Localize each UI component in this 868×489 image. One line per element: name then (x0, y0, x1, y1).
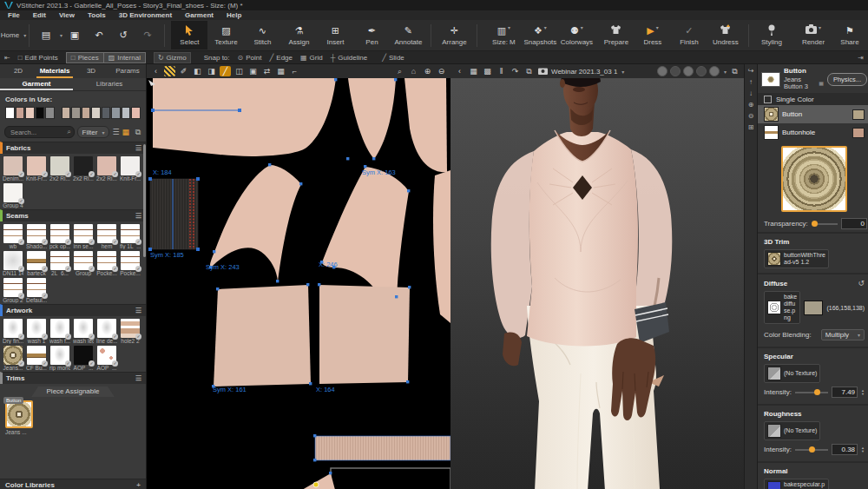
artwork-item[interactable]: rip mono (49, 346, 70, 371)
stitch-display-icon[interactable]: ✐ (178, 66, 189, 76)
diffuse-color-swatch[interactable] (804, 301, 823, 315)
fabric-display-icon[interactable]: ▨ (164, 66, 175, 76)
menu-help[interactable]: Help (227, 11, 241, 19)
trim-item-selected[interactable]: Button Jeans ... (5, 400, 35, 435)
snap-guideline-toggle[interactable]: ┼Guideline (331, 54, 367, 62)
seams-section-header[interactable]: Seams☰ (0, 209, 146, 221)
assign-tool-button[interactable]: ⚗Assign (280, 21, 317, 50)
render-button[interactable]: ▾ Render (795, 21, 832, 50)
tab-2d[interactable]: 2D (0, 64, 36, 78)
color-swatch[interactable] (131, 107, 141, 119)
seam-item[interactable]: inn se... (73, 224, 94, 249)
pattern-piece-sleeve-left[interactable] (214, 285, 311, 387)
seam-item[interactable]: Group 2 (3, 278, 23, 303)
zoom-in-icon[interactable]: ⊕ (422, 66, 433, 76)
symmetry-icon[interactable]: ▣ (247, 66, 259, 76)
single-color-checkbox[interactable] (764, 96, 772, 103)
rotate-view-icon[interactable]: ↷ (510, 66, 521, 76)
snapshots-button[interactable]: ❖▾ Snapshots (522, 21, 558, 50)
specular-intensity-value[interactable]: 7.49 (832, 387, 858, 398)
select-tool-button[interactable]: Select (171, 21, 207, 50)
internal-lines-icon[interactable]: ╱ (220, 66, 231, 76)
snap-edge-toggle[interactable]: ╱Edge (269, 54, 293, 62)
move-down-icon[interactable]: ↓ (749, 89, 753, 97)
piece-copy-icon[interactable]: ◧ (192, 66, 203, 76)
home-button[interactable]: Home ▾ (0, 21, 24, 50)
roughness-texture-chip[interactable]: (No Texture) (764, 421, 820, 440)
panel-view-icon[interactable]: ⧉ (135, 127, 141, 137)
color-swatch[interactable] (45, 107, 55, 119)
pattern-piece-waistband[interactable] (315, 436, 450, 460)
slide-toggle[interactable]: ╱Slide (382, 54, 404, 62)
trim3d-file-chip[interactable]: buttonWithThread-v5 1.2 (764, 249, 829, 268)
seam-item[interactable]: Group (73, 251, 94, 276)
color-swatch[interactable] (25, 107, 35, 119)
pattern-canvas[interactable]: X: 184 Sym X: 185 Sym X: 243 X: 246 Sym … (147, 78, 450, 489)
fabric-item[interactable]: 2x2 Ri... (49, 156, 70, 182)
garment-mode-icon[interactable] (670, 66, 681, 76)
artwork-item[interactable]: hole2 2 (120, 319, 141, 344)
pen-tool-button[interactable]: ✒Pen (353, 21, 390, 50)
color-swatch[interactable] (62, 107, 71, 119)
normal-texture-chip[interactable]: bakespecular.png (764, 479, 829, 489)
artwork-item[interactable]: CF Bu... (26, 346, 47, 371)
gizmo-toggle[interactable]: ↻Gizmo (154, 52, 191, 63)
tab-params[interactable]: Params (109, 64, 146, 78)
dress-button[interactable]: ▶▾ Dress (635, 21, 671, 50)
texture-view-icon[interactable]: ⧉ (523, 66, 535, 76)
fit-view-icon[interactable]: ⊞ (748, 123, 754, 131)
seam-item[interactable]: DN11 14 (3, 251, 23, 276)
color-swatch[interactable] (91, 107, 101, 119)
fabric-item[interactable]: 2x2 Ri... (73, 156, 94, 182)
button-preview[interactable] (781, 146, 847, 212)
avatar-3d-canvas[interactable] (450, 78, 744, 489)
specular-intensity-slider[interactable] (795, 392, 828, 393)
half-piece-icon[interactable]: ◫ (233, 66, 245, 76)
color-swatch[interactable] (16, 107, 25, 119)
collapse-2d-icon[interactable]: ‹ (150, 66, 161, 76)
color-libraries-header[interactable]: Color Libraries + (0, 479, 146, 489)
seam-item[interactable]: hem (96, 224, 117, 249)
camera-icon[interactable] (537, 66, 549, 76)
subtab-libraries[interactable]: Libraries (73, 78, 146, 90)
seam-item[interactable]: Shado... (26, 224, 47, 249)
ruler-corner-icon[interactable]: ⌐ (289, 66, 300, 76)
move-up-icon[interactable]: ↑ (749, 78, 753, 86)
filter-dropdown[interactable]: Filter▾ (77, 126, 110, 138)
pattern-piece-cuff[interactable] (148, 177, 200, 251)
trims-section-header[interactable]: Trims☰ (0, 372, 146, 384)
prepare-button[interactable]: Prepare (598, 21, 635, 50)
transparency-slider[interactable] (812, 223, 838, 225)
seam-item[interactable]: fly 1L_... (120, 224, 141, 249)
seam-item[interactable]: 2L_6... (49, 251, 70, 276)
xray-mode-icon[interactable] (709, 66, 720, 76)
share-button[interactable]: ⚑Share (832, 21, 868, 50)
roughness-intensity-slider[interactable] (795, 449, 828, 451)
background-icon[interactable]: ▩ (482, 66, 493, 76)
section-menu-icon[interactable]: ☰ (135, 307, 141, 314)
seam-item[interactable]: barteck (26, 251, 47, 276)
styling-button[interactable]: Styling (753, 21, 790, 50)
list-view-icon[interactable]: ☰ (112, 127, 119, 137)
buttonhole-layer-row[interactable]: Buttonhole (758, 123, 868, 142)
stitch-tool-button[interactable]: ∿Stitch (244, 21, 280, 50)
section-menu-icon[interactable]: ☰ (135, 374, 141, 382)
flip-piece-icon[interactable]: ⇄ (261, 66, 273, 76)
grid-view-icon[interactable]: ▦ (122, 127, 129, 137)
popout-view-icon[interactable]: ⧉ (729, 66, 740, 76)
color-swatch[interactable] (111, 107, 121, 119)
diffuse-texture-chip[interactable]: bakediffuse.png (764, 291, 800, 324)
piece-assignable-tab[interactable]: Piece Assignable (31, 387, 115, 397)
annotate-tool-button[interactable]: ✎Annotate (390, 21, 426, 50)
button-color-swatch[interactable] (852, 109, 865, 120)
pieces-toggle[interactable]: □Pieces (67, 53, 103, 63)
zoom-out-icon[interactable]: ⊖ (436, 66, 447, 76)
snap-grid-toggle[interactable]: ▦Grid (300, 54, 323, 62)
fabric-item[interactable]: Group 4 (3, 183, 23, 208)
artwork-item[interactable]: wash leg (73, 319, 94, 344)
piece-fill-icon[interactable]: ◨ (206, 66, 217, 76)
transparency-value[interactable]: 0 (841, 218, 867, 229)
menu-edit[interactable]: Edit (33, 11, 46, 19)
insert-tool-button[interactable]: ⊞Insert (317, 21, 353, 50)
fabric-item[interactable]: 2x2 Ri... (96, 156, 117, 182)
